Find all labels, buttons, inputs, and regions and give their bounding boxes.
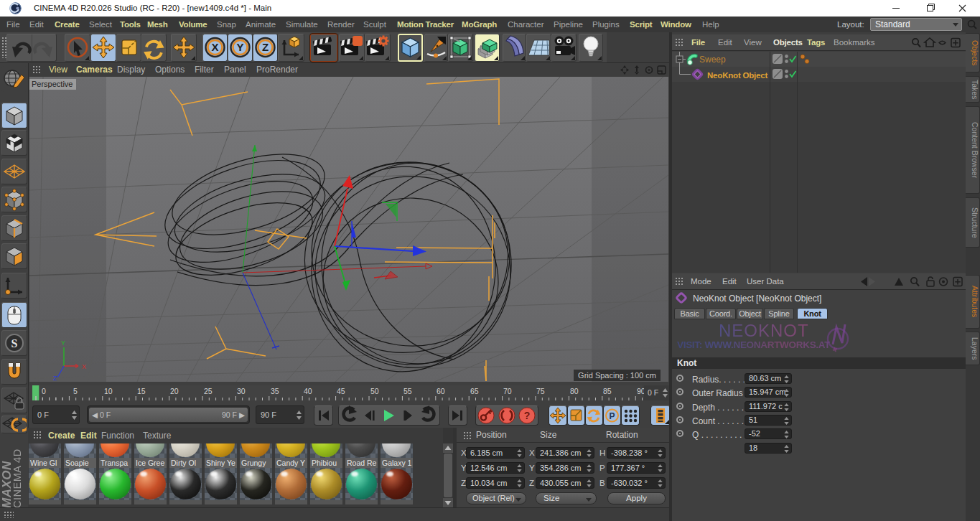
svg-text:NeoKnot Object: NeoKnot Object — [707, 71, 767, 80]
svg-text:Y: Y — [236, 41, 243, 53]
svg-text:Z: Z — [262, 41, 269, 53]
svg-text:X: X — [211, 41, 218, 53]
svg-text:S: S — [11, 337, 18, 349]
svg-text:Z: Z — [53, 375, 57, 382]
svg-text:P: P — [609, 411, 615, 421]
svg-text:X: X — [82, 363, 86, 370]
svg-text:Sweep: Sweep — [699, 55, 726, 65]
svg-text:?: ? — [524, 410, 531, 421]
svg-text:Y: Y — [61, 339, 65, 347]
